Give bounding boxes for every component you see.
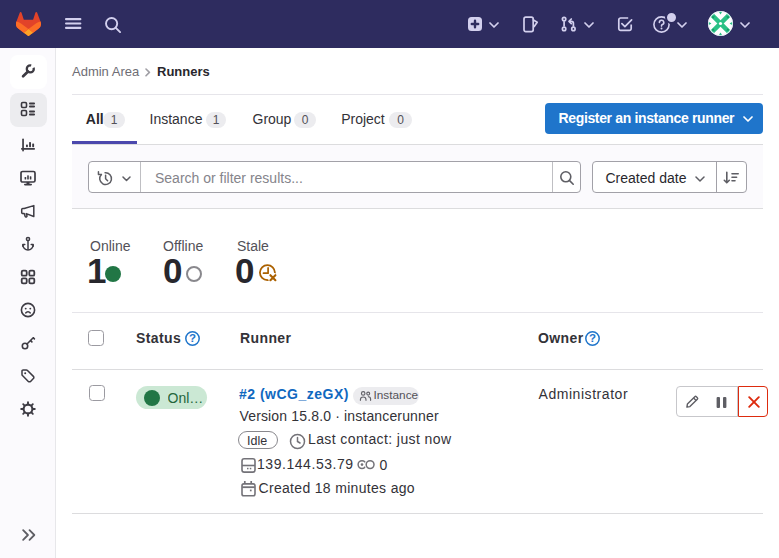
svg-text:?: ?: [189, 332, 196, 344]
svg-text:?: ?: [589, 332, 596, 344]
